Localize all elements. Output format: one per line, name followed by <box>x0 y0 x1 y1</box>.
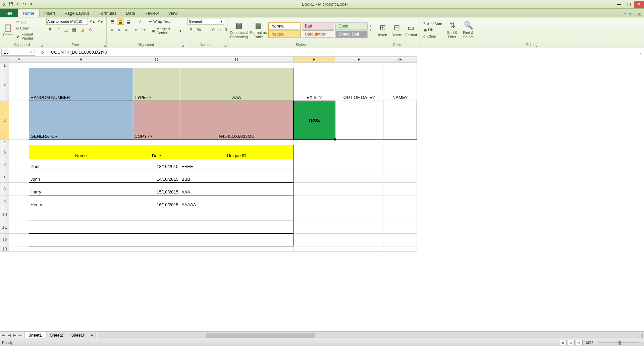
font-size-select[interactable] <box>77 18 88 25</box>
row-header-3[interactable]: 3 <box>0 101 9 140</box>
cell-A9[interactable] <box>9 195 29 208</box>
cut-button[interactable]: ✂Cut <box>15 19 42 25</box>
autosum-button[interactable]: ΣAutoSum <box>422 21 443 26</box>
format-as-table-button[interactable]: ▦ Format as Table <box>250 19 267 41</box>
cell-E5[interactable] <box>293 145 335 159</box>
cell-F4[interactable] <box>335 140 383 145</box>
increase-font-icon[interactable]: A▴ <box>89 18 96 25</box>
decrease-indent-icon[interactable]: ⇤ <box>133 26 140 33</box>
delete-button[interactable]: ⊟Delete <box>390 19 403 41</box>
cell-B10[interactable] <box>29 208 133 221</box>
cell-G4[interactable] <box>383 140 417 145</box>
cell-G2[interactable]: NAME? <box>383 68 417 101</box>
cell-F11[interactable] <box>335 221 383 234</box>
cell-F6[interactable] <box>335 159 383 170</box>
cell-B9[interactable]: Henry <box>29 195 133 208</box>
cell-C1[interactable] <box>133 63 180 68</box>
row-header-13[interactable]: 13 <box>0 246 9 252</box>
row-header-11[interactable]: 11 <box>0 221 9 234</box>
row-header-10[interactable]: 10 <box>0 208 9 221</box>
cell-B12[interactable] <box>29 234 133 246</box>
col-header-F[interactable]: F <box>335 57 383 63</box>
copy-button[interactable]: ⎘Copy <box>15 25 42 31</box>
fx-icon[interactable]: fx <box>39 50 46 55</box>
col-header-G[interactable]: G <box>383 57 417 63</box>
number-format-select[interactable]: General▾ <box>187 18 224 25</box>
underline-button[interactable]: U <box>62 26 70 33</box>
border-button[interactable]: ▦ <box>70 26 78 33</box>
conditional-formatting-button[interactable]: ▤ Conditional Formatting <box>229 19 249 41</box>
clipboard-launcher-icon[interactable]: ◢ <box>41 44 43 47</box>
col-header-A[interactable]: A <box>9 57 29 63</box>
style-normal[interactable]: Normal <box>268 22 301 30</box>
cell-B1[interactable] <box>29 63 133 68</box>
cell-G9[interactable] <box>383 195 417 208</box>
cell-G5[interactable] <box>383 145 417 159</box>
cell-E6[interactable] <box>293 159 335 170</box>
cell-E10[interactable] <box>293 208 335 221</box>
view-page-layout-icon[interactable]: ▤ <box>568 340 575 345</box>
cell-A12[interactable] <box>9 234 29 246</box>
font-color-button[interactable]: A <box>87 26 94 33</box>
cell-C4[interactable] <box>133 140 180 145</box>
styles-more-icon[interactable]: ⌄ <box>369 33 372 36</box>
tab-home[interactable]: Home <box>18 9 40 17</box>
cell-B8[interactable]: Harry <box>29 183 133 195</box>
cell-B4[interactable] <box>29 140 133 145</box>
cell-F7[interactable] <box>335 170 383 183</box>
align-middle-icon[interactable]: ⬓ <box>117 18 124 25</box>
formula-expand-icon[interactable]: ⌄ <box>637 50 644 55</box>
cell-C9[interactable]: 16/10/2015 <box>133 195 180 208</box>
cell-G1[interactable] <box>383 63 417 68</box>
merge-center-button[interactable]: ⊞Merge & Center▾ <box>151 26 183 36</box>
cell-D12[interactable] <box>180 234 293 246</box>
sheet-nav-last-icon[interactable]: ⏭ <box>17 333 23 337</box>
spreadsheet-grid[interactable]: ABCDEFG12RANDOM NUMBERTYPE ->AAAEXIST?OU… <box>0 56 644 331</box>
tab-insert[interactable]: Insert <box>40 9 60 17</box>
horizontal-scrollbar[interactable] <box>97 333 643 338</box>
fill-color-button[interactable]: ◢ <box>78 26 86 33</box>
cell-E12[interactable] <box>293 234 335 246</box>
sheet-nav-prev-icon[interactable]: ◀ <box>7 333 12 337</box>
paste-button[interactable]: 📋 Paste <box>2 19 14 41</box>
row-header-1[interactable]: 1 <box>0 63 9 68</box>
clear-button[interactable]: ◇Clear <box>422 34 443 39</box>
cell-B11[interactable] <box>29 221 133 234</box>
cell-B13[interactable] <box>29 246 133 252</box>
align-bottom-icon[interactable]: ⬓ <box>125 18 132 25</box>
undo-icon[interactable]: ↶ <box>15 1 21 7</box>
cell-F10[interactable] <box>335 208 383 221</box>
sheet-nav-next-icon[interactable]: ▶ <box>12 333 17 337</box>
cell-C11[interactable] <box>133 221 180 234</box>
cell-C6[interactable]: 13/10/2015 <box>133 159 180 170</box>
cell-C10[interactable] <box>133 208 180 221</box>
cell-E9[interactable] <box>293 195 335 208</box>
select-all-corner[interactable] <box>0 57 9 63</box>
row-header-7[interactable]: 7 <box>0 170 9 183</box>
style-bad[interactable]: Bad <box>302 22 334 30</box>
cell-D1[interactable] <box>180 63 293 68</box>
row-header-5[interactable]: 5 <box>0 145 9 159</box>
row-header-6[interactable]: 6 <box>0 159 9 170</box>
increase-indent-icon[interactable]: ⇥ <box>141 26 147 33</box>
cell-C3[interactable]: COPY -> <box>133 101 180 140</box>
maximize-button[interactable]: ▢ <box>624 1 634 8</box>
cell-D4[interactable] <box>180 140 293 145</box>
cell-D6[interactable]: EEEE <box>180 159 293 170</box>
cell-E11[interactable] <box>293 221 335 234</box>
cell-E4[interactable] <box>293 140 335 145</box>
cell-D8[interactable]: AAA <box>180 183 293 195</box>
cell-A10[interactable] <box>9 208 29 221</box>
tab-page-layout[interactable]: Page Layout <box>60 9 94 17</box>
cell-G7[interactable] <box>383 170 417 183</box>
cell-E13[interactable] <box>293 246 335 252</box>
sheet-tab-2[interactable]: Sheet2 <box>46 332 67 338</box>
cell-E3[interactable]: TRUE <box>293 101 335 140</box>
zoom-in-icon[interactable]: + <box>640 341 642 345</box>
row-header-12[interactable]: 12 <box>0 234 9 246</box>
cell-F9[interactable] <box>335 195 383 208</box>
tab-view[interactable]: View <box>163 9 182 17</box>
cell-G8[interactable] <box>383 183 417 195</box>
style-good[interactable]: Good <box>335 22 368 30</box>
cell-A3[interactable] <box>9 101 29 140</box>
